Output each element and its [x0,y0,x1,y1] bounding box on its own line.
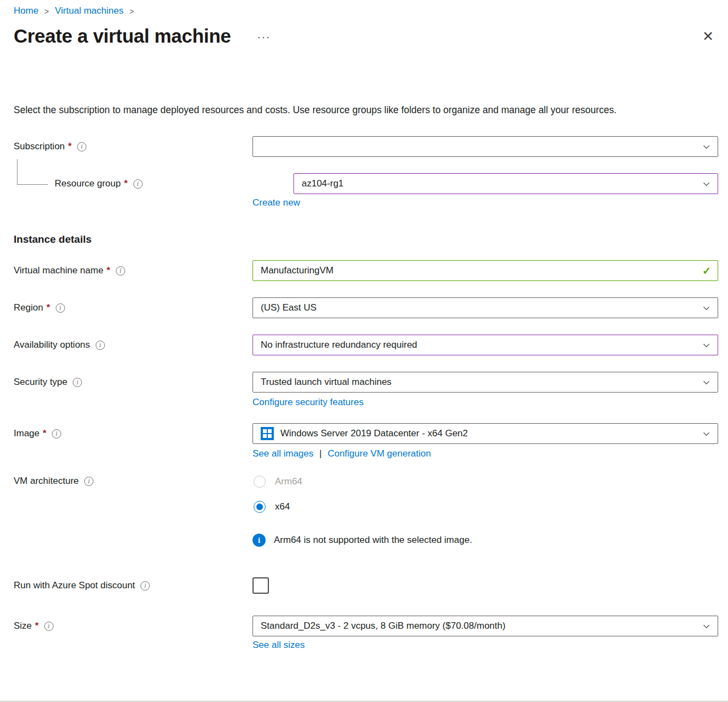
see-all-images-link[interactable]: See all images [253,448,314,459]
required-marker: * [43,428,46,439]
resource-group-dropdown[interactable]: az104-rg1 [293,173,718,194]
security-type-dropdown[interactable]: Trusted launch virtual machines [253,372,718,393]
spot-discount-checkbox[interactable] [253,577,269,594]
field-row-resource-group: Resource group * i az104-rg1 [14,173,718,194]
subscription-label: Subscription [14,141,65,152]
chevron-down-icon [702,378,711,387]
size-value: Standard_D2s_v3 - 2 vcpus, 8 GiB memory … [261,621,506,631]
see-all-sizes-link[interactable]: See all sizes [253,640,304,650]
windows-logo-icon [261,427,274,440]
region-label: Region [14,302,43,313]
resource-group-label: Resource group [55,178,121,189]
availability-options-label: Availability options [14,340,90,350]
region-value: (US) East US [261,302,316,313]
arch-info-text: Arm64 is not supported with the selected… [274,535,472,546]
x64-radio-button[interactable] [254,501,266,513]
vm-name-label: Virtual machine name [14,265,103,276]
field-row-security-type: Security type i Trusted launch virtual m… [14,372,718,393]
security-type-value: Trusted launch virtual machines [261,377,391,388]
field-row-availability-options: Availability options i No infrastructure… [14,335,718,355]
chevron-down-icon [702,304,711,312]
chevron-down-icon [702,430,711,438]
configure-security-features-link[interactable]: Configure security features [253,397,363,407]
breadcrumb: Home > Virtual machines > [0,0,728,16]
close-icon[interactable]: ✕ [701,30,715,43]
page-title: Create a virtual machine [14,25,231,47]
field-row-subscription: Subscription * i [14,136,718,157]
resource-group-value: az104-rg1 [302,178,344,189]
bottom-divider [0,701,728,701]
image-label: Image [14,428,39,439]
image-value: Windows Server 2019 Datacenter - x64 Gen… [280,428,468,439]
info-icon[interactable]: i [96,341,105,350]
field-row-image: Image * i Windows Server 2019 Datacenter… [14,423,718,444]
availability-options-dropdown[interactable]: No infrastructure redundancy required [253,335,718,355]
info-icon[interactable]: i [56,303,65,313]
required-marker: * [46,302,50,313]
vm-name-input[interactable] [253,260,718,281]
field-row-vm-name: Virtual machine name * i ✓ [14,260,718,281]
security-type-label: Security type [14,377,67,388]
field-row-region: Region * i (US) East US [14,297,718,318]
create-new-resource-group-link[interactable]: Create new [253,197,300,208]
link-separator: | [319,448,321,459]
intro-text: Select the subscription to manage deploy… [14,102,703,119]
info-icon[interactable]: i [140,581,150,590]
chevron-down-icon [702,180,711,188]
info-icon[interactable]: i [84,477,93,486]
tree-connector-line [17,159,48,185]
required-marker: * [35,621,39,631]
chevron-down-icon [702,143,711,151]
radio-option-arm64: Arm64 [253,475,718,489]
configure-vm-generation-link[interactable]: Configure VM generation [327,448,431,459]
valid-check-icon: ✓ [702,265,711,277]
breadcrumb-virtual-machines-link[interactable]: Virtual machines [55,5,124,16]
chevron-down-icon [702,622,711,630]
x64-radio-label: x64 [275,501,290,512]
field-row-size: Size * i Standard_D2s_v3 - 2 vcpus, 8 Gi… [14,616,718,636]
info-filled-icon: i [253,534,266,547]
size-dropdown[interactable]: Standard_D2s_v3 - 2 vcpus, 8 GiB memory … [253,616,718,636]
breadcrumb-home-link[interactable]: Home [14,5,38,16]
title-bar: Create a virtual machine ··· ✕ [0,16,728,47]
vm-architecture-label: VM architecture [14,476,79,487]
more-options-icon[interactable]: ··· [257,31,270,42]
chevron-down-icon [702,341,711,349]
info-icon[interactable]: i [44,622,54,631]
image-dropdown[interactable]: Windows Server 2019 Datacenter - x64 Gen… [253,423,718,444]
required-marker: * [107,265,110,276]
region-dropdown[interactable]: (US) East US [253,297,718,318]
subscription-dropdown[interactable] [253,136,718,157]
breadcrumb-separator-icon: > [130,7,134,16]
instance-details-heading: Instance details [14,233,718,245]
availability-options-value: No infrastructure redundancy required [261,340,417,350]
info-icon[interactable]: i [133,179,143,189]
required-marker: * [68,141,72,152]
field-row-spot-discount: Run with Azure Spot discount i [14,577,718,594]
info-icon[interactable]: i [73,378,82,387]
arch-info-message: i Arm64 is not supported with the select… [253,534,718,547]
size-label: Size [14,621,32,631]
required-marker: * [124,178,128,189]
breadcrumb-separator-icon: > [44,7,49,16]
info-icon[interactable]: i [52,429,61,438]
spot-discount-label: Run with Azure Spot discount [14,580,135,591]
info-icon[interactable]: i [116,266,125,276]
field-row-vm-architecture: VM architecture i Arm64 x64 [14,475,718,514]
info-icon[interactable]: i [77,142,86,151]
create-vm-form: Subscription * i Resource group * i az10… [0,119,728,651]
arm64-radio-button [254,476,266,488]
arm64-radio-label: Arm64 [275,476,302,487]
radio-option-x64: x64 [253,500,718,514]
